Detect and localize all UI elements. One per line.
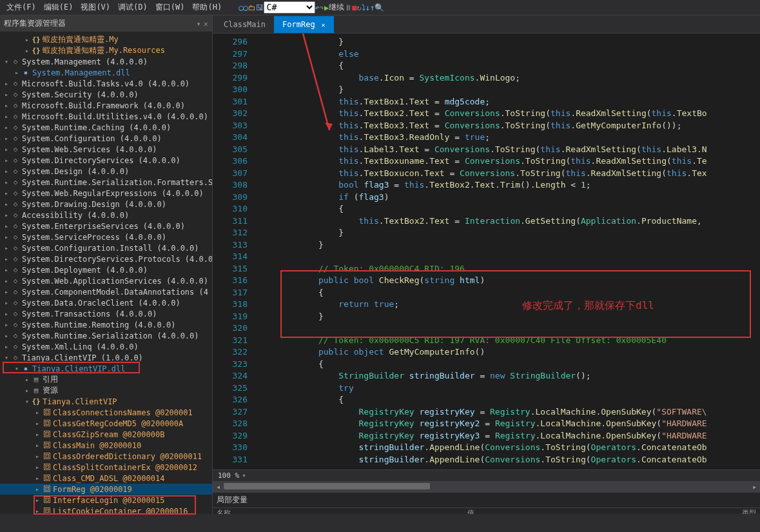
code-line[interactable]: } (258, 311, 760, 323)
tree-node[interactable]: ▸◇System.Web.ApplicationServices (4.0.0.… (0, 275, 212, 286)
tree-node[interactable]: ▸◇System.ComponentModel.DataAnnotations … (0, 286, 212, 297)
undo-icon[interactable]: ↶ (315, 3, 320, 12)
tree-node[interactable]: ▾{}Tianya.ClientVIP (0, 396, 212, 407)
expand-arrow-icon[interactable]: ▸ (3, 179, 10, 186)
code-line[interactable]: RegistryKey registryKey2 = Registry.Loca… (258, 418, 760, 430)
expand-arrow-icon[interactable]: ▸ (34, 475, 41, 482)
expand-arrow-icon[interactable]: ▸ (34, 486, 41, 493)
scroll-left-icon[interactable]: ◂ (213, 481, 224, 492)
code-line[interactable]: stringBuilder.AppendLine(Conversions.ToS… (258, 442, 760, 454)
code-line[interactable]: this.TextBoxuname.Text = Conversions.ToS… (258, 155, 760, 168)
tree-node[interactable]: ▸◇System.Runtime.Remoting (4.0.0.0) (0, 319, 212, 330)
expand-arrow-icon[interactable]: ▸ (13, 69, 21, 76)
expand-arrow-icon[interactable]: ▸ (3, 91, 10, 98)
code-line[interactable]: this.TextBox3.ReadOnly = true; (258, 132, 760, 144)
tree-node[interactable]: ▸◇System.Xml.Linq (4.0.0.0) (0, 341, 212, 352)
tree-node[interactable]: ▸{}蝦皮拍賣通知精靈.My.Resources (0, 45, 212, 56)
code-line[interactable]: } (258, 84, 760, 96)
panel-close-icon[interactable]: ✕ (204, 19, 208, 28)
expand-arrow-icon[interactable]: ▸ (3, 113, 10, 120)
expand-arrow-icon[interactable]: ▸ (3, 233, 10, 241)
zoom-label[interactable]: 100 % (218, 471, 239, 480)
expand-arrow-icon[interactable]: ▸ (3, 266, 10, 273)
expand-arrow-icon[interactable]: ▸ (3, 222, 10, 230)
code-line[interactable] (258, 251, 760, 263)
tree-node[interactable]: ▸🞖ClassConnectionsNames @0200001 (0, 407, 212, 418)
tree-node[interactable]: ▸◇System.EnterpriseServices (4.0.0.0) (0, 221, 212, 232)
code-line[interactable]: this.Label3.Text = Conversions.ToString(… (258, 144, 760, 156)
tree-node[interactable]: ▸◇System.Web.Services (4.0.0.0) (0, 144, 212, 155)
tree-node[interactable]: ▸◇System.Runtime.Caching (4.0.0.0) (0, 122, 212, 133)
tree-node[interactable]: ▸▤资源 (0, 385, 212, 396)
tree-node[interactable]: ▸◇System.Transactions (4.0.0.0) (0, 308, 212, 319)
tree-node[interactable]: ▸🞖ClassGZipSream @0200000B (0, 429, 212, 440)
tree-node[interactable]: ▸◇System.Deployment (4.0.0.0) (0, 264, 212, 275)
nav-fwd-icon[interactable]: ◯ (243, 3, 248, 12)
expand-arrow-icon[interactable]: ▸ (3, 102, 10, 109)
code-line[interactable]: bool flag3 = this.TextBox2.Text.Trim().L… (258, 179, 760, 192)
expand-arrow-icon[interactable]: ▸ (34, 420, 41, 427)
expand-arrow-icon[interactable]: ▸ (3, 124, 10, 131)
tree-node[interactable]: ▸◇Microsoft.Build.Tasks.v4.0 (4.0.0.0) (0, 78, 212, 89)
tree-node[interactable]: ▸◇System.Security (4.0.0.0) (0, 89, 212, 100)
code-area[interactable]: } else { base.Icon = SystemIcons.WinLogo… (258, 34, 760, 469)
expand-arrow-icon[interactable]: ▸ (3, 321, 10, 328)
step-out-icon[interactable]: ↑ (370, 3, 375, 12)
tree-node[interactable]: ▸◇System.Data.OracleClient (4.0.0.0) (0, 297, 212, 308)
expand-arrow-icon[interactable]: ▾ (13, 365, 21, 372)
expand-arrow-icon[interactable]: ▸ (34, 442, 41, 449)
tree-node[interactable]: ▸◇System.Runtime.Serialization (4.0.0.0) (0, 330, 212, 341)
tree-node[interactable]: ▾◇Tianya.ClientVIP (1.0.0.0) (0, 352, 212, 363)
code-line[interactable]: stringBuilder.AppendLine(Conversions.ToS… (258, 454, 760, 466)
code-line[interactable]: { (258, 394, 760, 406)
expand-arrow-icon[interactable]: ▾ (3, 58, 10, 65)
editor-tab[interactable]: ClassMain (215, 16, 274, 33)
tree-node[interactable]: ▸◇System.Drawing.Design (4.0.0.0) (0, 199, 212, 210)
restart-icon[interactable]: ↻ (357, 3, 362, 12)
tree-node[interactable]: ▸◇System.ServiceProcess (4.0.0.0) (0, 232, 212, 242)
tree-node[interactable]: ▸◇System.DirectoryServices.Protocols (4.… (0, 253, 212, 264)
tree-node[interactable]: ▸▪System.Management.dll (0, 67, 212, 78)
expand-arrow-icon[interactable]: ▸ (3, 212, 10, 219)
run-label[interactable]: 继续 (329, 2, 344, 13)
expand-arrow-icon[interactable]: ▸ (3, 146, 10, 153)
expand-arrow-icon[interactable]: ▸ (3, 168, 10, 175)
menu-help[interactable]: 帮助(H) (188, 1, 226, 14)
tree-node[interactable]: ▸🞖Class_CMD_ADSL @02000014 (0, 473, 212, 484)
tree-node[interactable]: ▸🞖ClassMain @02000010 (0, 440, 212, 451)
expand-arrow-icon[interactable]: ▸ (3, 157, 10, 164)
run-icon[interactable]: ▶ (324, 3, 329, 12)
tree-node[interactable]: ▸◇System.Web.RegularExpressions (4.0.0.0… (0, 188, 212, 199)
tree-node[interactable]: ▸{}蝦皮拍賣通知精靈.My (0, 34, 212, 45)
expand-arrow-icon[interactable]: ▸ (34, 464, 41, 471)
menu-view[interactable]: 视图(V) (77, 1, 114, 14)
expand-arrow-icon[interactable]: ▸ (34, 431, 41, 438)
expand-arrow-icon[interactable]: ▸ (23, 387, 31, 394)
expand-arrow-icon[interactable]: ▸ (3, 80, 10, 87)
expand-arrow-icon[interactable]: ▸ (3, 299, 10, 306)
code-editor[interactable]: 2962972982993003013023033043053063073083… (213, 34, 760, 469)
editor-tab[interactable]: FormReg✕ (274, 16, 334, 33)
save-icon[interactable]: 🖫 (256, 3, 264, 12)
code-line[interactable]: try (258, 382, 760, 395)
code-line[interactable]: StringBuilder stringBuilder = new String… (258, 370, 760, 382)
expand-arrow-icon[interactable]: ▸ (3, 244, 10, 251)
tree-node[interactable]: ▸🞖FormReg @02000019 (0, 484, 212, 495)
col-type[interactable]: 类型 (717, 508, 756, 514)
code-line[interactable]: this.TextBox2.Text = Interaction.GetSett… (258, 215, 760, 228)
expand-arrow-icon[interactable]: ▸ (23, 376, 31, 383)
code-line[interactable]: // Token: 0x060000C5 RID: 197 RVA: 0x000… (258, 335, 760, 347)
expand-arrow-icon[interactable]: ▸ (23, 36, 31, 43)
tree-node[interactable]: ▸◇System.Design (4.0.0.0) (0, 166, 212, 177)
code-line[interactable]: else (258, 48, 760, 61)
expand-arrow-icon[interactable]: ▸ (3, 255, 10, 262)
nav-back-icon[interactable]: ◯ (239, 3, 243, 12)
menu-window[interactable]: 窗口(W) (151, 1, 189, 14)
code-line[interactable]: RegistryKey registryKey3 = Registry.Loca… (258, 430, 760, 442)
code-line[interactable]: { (258, 203, 760, 215)
code-line[interactable]: this.TextBoxucon.Text = Conversions.ToSt… (258, 168, 760, 180)
tab-close-icon[interactable]: ✕ (322, 21, 326, 28)
expand-arrow-icon[interactable]: ▸ (3, 332, 10, 339)
expand-arrow-icon[interactable]: ▸ (3, 288, 10, 295)
step-into-icon[interactable]: ↓ (365, 3, 370, 12)
